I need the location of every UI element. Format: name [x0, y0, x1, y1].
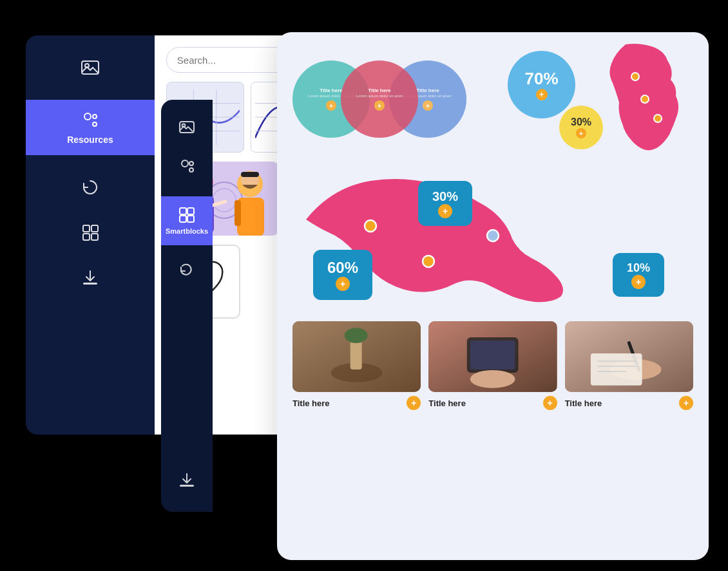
sidebar-item-image[interactable]	[77, 55, 103, 80]
svg-point-61	[423, 256, 434, 267]
svg-point-67	[345, 328, 368, 343]
venn-title-3: Title here	[416, 88, 439, 94]
svg-point-57	[631, 73, 639, 80]
svg-point-62	[487, 230, 499, 241]
svg-rect-71	[470, 341, 515, 370]
mini-sidebar-smartblocks[interactable]: Smartblocks	[161, 196, 213, 245]
sidebar-item-download[interactable]	[77, 265, 103, 290]
pct-10-value: 10%	[627, 261, 650, 275]
svg-rect-6	[83, 234, 90, 240]
bubble-70: 70% +	[508, 51, 575, 118]
svg-rect-9	[83, 283, 97, 285]
map-section: 60% + 30% + 10% +	[292, 168, 693, 310]
venn-add-1[interactable]: +	[326, 100, 336, 111]
pct-box-30: 30% +	[418, 181, 472, 226]
svg-rect-77	[591, 353, 642, 386]
mini-sidebar-image[interactable]	[178, 119, 195, 140]
venn-title-2: Title here	[368, 88, 390, 94]
gallery-item-3: Title here +	[565, 321, 693, 410]
gallery-add-2[interactable]: +	[543, 396, 557, 410]
svg-rect-7	[91, 225, 98, 232]
svg-point-3	[93, 115, 97, 118]
gallery-title-2: Title here	[428, 398, 466, 408]
svg-point-60	[365, 220, 376, 232]
bubble-30: 30% +	[559, 106, 603, 149]
sidebar-item-layout[interactable]	[77, 220, 103, 245]
svg-rect-8	[91, 234, 98, 240]
gallery-title-3: Title here	[565, 398, 602, 408]
svg-rect-55	[187, 216, 194, 222]
bubble-map-area: 70% + 30% +	[488, 48, 693, 154]
gallery-item-2: Title here +	[428, 321, 557, 410]
svg-point-50	[189, 162, 193, 165]
mini-smartblocks-label: Smartblocks	[166, 227, 208, 235]
data-viz-panel: Title here Lorem ipsum dolor sit amet + …	[277, 32, 709, 560]
mini-sidebar-download[interactable]	[178, 472, 195, 492]
bubble-70-add[interactable]: +	[536, 89, 548, 100]
svg-rect-54	[187, 208, 194, 214]
venn-title-1: Title here	[320, 88, 342, 94]
gallery-title-row-3: Title here +	[565, 396, 693, 410]
venn-circle-2: Title here Lorem ipsum dolor sit amet +	[341, 61, 418, 138]
svg-point-4	[93, 122, 97, 126]
venn-section: Title here Lorem ipsum dolor sit amet + …	[292, 48, 693, 154]
venn-sub-2: Lorem ipsum dolor sit amet	[351, 94, 408, 98]
svg-point-59	[654, 115, 662, 122]
main-sidebar: Resources	[26, 35, 155, 435]
mini-sidebar-bubbles[interactable]	[178, 158, 195, 178]
sidebar-item-resources[interactable]: Resources	[26, 100, 155, 155]
venn-diagram: Title here Lorem ipsum dolor sit amet + …	[292, 48, 479, 144]
svg-point-51	[189, 168, 193, 172]
sidebar-item-refresh[interactable]	[77, 174, 103, 200]
mini-sidebar: Smartblocks	[161, 100, 213, 512]
svg-point-58	[641, 95, 649, 103]
gallery-item-1: Title here +	[292, 321, 421, 410]
pct-box-10: 10% +	[613, 253, 664, 297]
svg-point-72	[470, 370, 515, 388]
gallery-add-1[interactable]: +	[407, 396, 421, 410]
svg-rect-5	[83, 225, 90, 232]
bubble-30-add[interactable]: +	[576, 128, 586, 138]
pct-30-add[interactable]: +	[438, 204, 452, 218]
gallery-img-3	[565, 321, 693, 392]
svg-rect-53	[180, 216, 186, 222]
svg-rect-56	[180, 485, 194, 487]
bubble-70-value: 70%	[524, 69, 558, 89]
gallery-img-2	[428, 321, 557, 392]
mini-sidebar-cursor[interactable]	[178, 263, 195, 284]
svg-rect-0	[82, 61, 99, 74]
venn-add-3[interactable]: +	[423, 100, 433, 111]
svg-point-49	[182, 160, 188, 167]
pct-box-60: 60% +	[313, 250, 372, 300]
bubble-30-value: 30%	[571, 117, 591, 128]
gallery-add-3[interactable]: +	[679, 396, 693, 410]
svg-rect-52	[180, 208, 186, 214]
gallery-img-1	[292, 321, 421, 392]
venn-add-2[interactable]: +	[374, 100, 385, 111]
gallery-title-1: Title here	[292, 398, 330, 408]
pct-30-value: 30%	[432, 189, 458, 204]
gallery-row: Title here +	[292, 321, 693, 410]
svg-point-2	[84, 113, 91, 120]
sidebar-resources-label: Resources	[67, 135, 113, 145]
pct-60-add[interactable]: +	[336, 277, 350, 291]
pct-60-value: 60%	[327, 259, 358, 277]
south-america-map-svg	[593, 41, 693, 154]
gallery-title-row-2: Title here +	[428, 396, 557, 410]
gallery-title-row-1: Title here +	[292, 396, 421, 410]
pct-10-add[interactable]: +	[631, 275, 646, 289]
